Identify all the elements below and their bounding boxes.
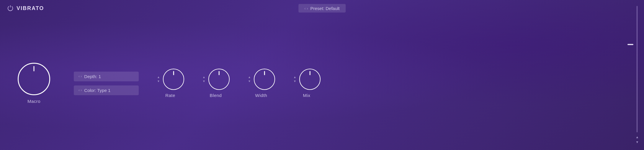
width-control: ▲ ▼ Width	[247, 69, 275, 98]
rate-knob[interactable]	[163, 69, 184, 90]
mix-knob[interactable]	[299, 69, 321, 90]
right-panel: ▲ ▼	[626, 0, 644, 150]
color-label: Color: Type 1	[84, 88, 110, 93]
mix-arrow-down[interactable]: ▼	[293, 80, 297, 83]
rate-label: Rate	[165, 93, 175, 98]
width-knob[interactable]	[254, 69, 275, 90]
scroll-up-button[interactable]: ▲	[635, 135, 640, 139]
fader-track	[637, 6, 638, 132]
power-title: VIBRATO	[7, 5, 44, 11]
scroll-arrows: ▲ ▼	[635, 135, 640, 144]
blend-knob[interactable]	[208, 69, 230, 90]
rate-arrow-up[interactable]: ▲	[156, 76, 161, 79]
rate-control: ▲ ▼ Rate	[156, 69, 184, 98]
params-section: ‹ › Depth: 1 ‹ › Color: Type 1	[74, 72, 139, 95]
width-arrow-down[interactable]: ▼	[247, 80, 251, 83]
header: VIBRATO ‹ › Preset: Default	[0, 0, 644, 17]
mix-arrows: ▲ ▼	[293, 76, 297, 83]
mix-label: Mix	[303, 93, 310, 98]
fader-thumb[interactable]	[627, 44, 633, 45]
macro-label: Macro	[27, 99, 40, 104]
color-chevron-icon: ‹ ›	[79, 88, 82, 92]
rate-arrows: ▲ ▼	[156, 76, 161, 83]
mix-control: ▲ ▼ Mix	[293, 69, 321, 98]
mix-arrow-up[interactable]: ▲	[293, 76, 297, 79]
blend-control: ▲ ▼ Blend	[202, 69, 230, 98]
macro-section: Macro	[18, 63, 50, 104]
blend-arrows: ▲ ▼	[202, 76, 206, 83]
power-icon[interactable]	[7, 5, 14, 11]
depth-chevron-icon: ‹ ›	[79, 74, 82, 78]
blend-label: Blend	[210, 93, 222, 98]
rate-arrow-down[interactable]: ▼	[156, 80, 161, 83]
blend-arrow-down[interactable]: ▼	[202, 80, 206, 83]
blend-arrow-up[interactable]: ▲	[202, 76, 206, 79]
mix-knob-group: ▲ ▼	[293, 69, 321, 90]
knobs-section: ▲ ▼ Rate ▲ ▼ Blend	[156, 69, 609, 98]
width-arrow-up[interactable]: ▲	[247, 76, 251, 79]
main-content: Macro ‹ › Depth: 1 ‹ › Color: Type 1 ▲ ▼	[0, 17, 626, 150]
macro-knob[interactable]	[18, 63, 50, 95]
width-arrows: ▲ ▼	[247, 76, 251, 83]
blend-knob-group: ▲ ▼	[202, 69, 230, 90]
depth-label: Depth: 1	[84, 74, 101, 79]
depth-field[interactable]: ‹ › Depth: 1	[74, 72, 139, 81]
rate-knob-group: ▲ ▼	[156, 69, 184, 90]
preset-label: Preset: Default	[310, 6, 340, 11]
width-knob-group: ▲ ▼	[247, 69, 275, 90]
plugin-title: VIBRATO	[17, 5, 44, 11]
preset-container: ‹ › Preset: Default	[298, 4, 346, 13]
plugin-container: VIBRATO ‹ › Preset: Default Macro ‹ › De…	[0, 0, 644, 150]
preset-button[interactable]: ‹ › Preset: Default	[298, 4, 346, 13]
width-label: Width	[255, 93, 267, 98]
scroll-down-button[interactable]: ▼	[635, 140, 640, 144]
color-field[interactable]: ‹ › Color: Type 1	[74, 85, 139, 95]
preset-chevron-icon: ‹ ›	[304, 6, 308, 11]
